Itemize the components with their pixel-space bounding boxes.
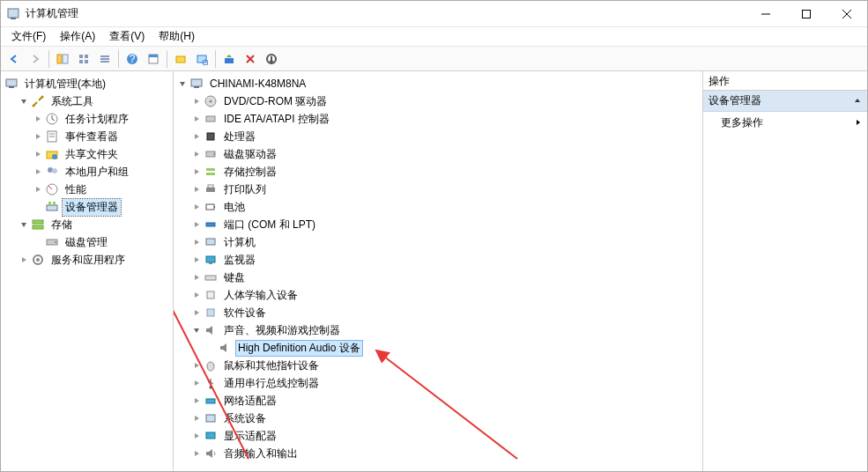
app-icon (6, 7, 20, 21)
show-hide-tree-button[interactable] (53, 49, 72, 69)
chevron-right-icon[interactable] (191, 114, 202, 124)
chevron-right-icon[interactable] (33, 166, 43, 177)
devnode-hid[interactable]: 人体学输入设备 (175, 286, 701, 304)
device-manager-pane: CHINAMI-K48M8NA DVD/CD-ROM 驱动器 IDE ATA/A… (174, 71, 703, 471)
tree-shared-folders[interactable]: 共享文件夹 (3, 145, 171, 163)
titlebar: 计算机管理 (1, 1, 867, 27)
tree-event-viewer[interactable]: 事件查看器 (3, 128, 171, 145)
menu-view[interactable]: 查看(V) (102, 27, 152, 46)
devnode-dvd[interactable]: DVD/CD-ROM 驱动器 (175, 92, 701, 110)
chevron-right-icon[interactable] (33, 114, 43, 124)
device-tree[interactable]: CHINAMI-K48M8NA DVD/CD-ROM 驱动器 IDE ATA/A… (174, 71, 702, 466)
chevron-down-icon[interactable] (191, 325, 202, 336)
svg-rect-74 (206, 432, 215, 439)
devnode-battery[interactable]: 电池 (175, 198, 701, 216)
devnode-print[interactable]: 打印队列 (175, 181, 701, 198)
devnode-software[interactable]: 软件设备 (175, 304, 701, 321)
devnode-display[interactable]: 显示适配器 (175, 427, 701, 445)
update-driver-button[interactable] (219, 49, 239, 69)
devnode-keyboards[interactable]: 键盘 (175, 269, 701, 286)
forward-button[interactable] (26, 49, 45, 69)
chevron-down-icon[interactable] (19, 219, 29, 230)
chevron-right-icon[interactable] (191, 307, 202, 318)
view-large-button[interactable] (74, 49, 93, 69)
chevron-down-icon[interactable] (19, 96, 29, 107)
devnode-system[interactable]: 系统设备 (175, 409, 701, 427)
perf-icon (45, 182, 59, 196)
devnode-computer[interactable]: CHINAMI-K48M8NA (175, 75, 701, 92)
devnode-computers[interactable]: 计算机 (175, 233, 701, 251)
tree-performance[interactable]: 性能 (3, 181, 171, 198)
chevron-right-icon[interactable] (191, 96, 202, 107)
management-tree[interactable]: 计算机管理(本地) 系统工具 任务计划程序 事件查看器 (1, 71, 173, 272)
chevron-right-icon[interactable] (191, 431, 202, 441)
devnode-cpu[interactable]: 处理器 (175, 128, 701, 145)
tree-system-tools[interactable]: 系统工具 (3, 92, 171, 110)
properties-button[interactable] (144, 49, 163, 69)
tree-device-manager[interactable]: 设备管理器 (3, 198, 171, 216)
help-button[interactable]: ? (122, 49, 142, 69)
devnode-sound[interactable]: 声音、视频和游戏控制器 (175, 321, 701, 339)
devnode-usb[interactable]: 通用串行总线控制器 (175, 374, 701, 392)
devnode-ports[interactable]: 端口 (COM 和 LPT) (175, 216, 701, 233)
svg-rect-41 (48, 202, 51, 205)
chevron-right-icon[interactable] (191, 184, 202, 195)
back-button[interactable] (4, 49, 24, 69)
svg-point-52 (210, 100, 212, 103)
chevron-right-icon[interactable] (191, 272, 202, 283)
svg-rect-53 (206, 116, 215, 122)
menu-file[interactable]: 文件(F) (4, 27, 53, 46)
tree-local-users[interactable]: 本地用户和组 (3, 163, 171, 181)
view-detail-button[interactable] (95, 49, 115, 69)
toolbar-separator (215, 50, 216, 68)
minimize-button[interactable] (746, 1, 786, 27)
chevron-right-icon[interactable] (191, 219, 202, 230)
disable-button[interactable] (262, 49, 281, 69)
tree-services-apps[interactable]: 服务和应用程序 (3, 251, 171, 269)
actions-section[interactable]: 设备管理器 (703, 91, 867, 112)
tree-task-scheduler[interactable]: 任务计划程序 (3, 110, 171, 128)
chevron-down-icon[interactable] (177, 78, 188, 89)
chevron-right-icon[interactable] (191, 378, 202, 388)
chevron-right-icon[interactable] (191, 166, 202, 177)
scan-hardware-button[interactable] (192, 49, 211, 69)
chevron-right-icon[interactable] (191, 237, 202, 247)
chevron-right-icon[interactable] (33, 149, 43, 159)
svg-rect-58 (206, 173, 215, 175)
chevron-right-icon[interactable] (191, 202, 202, 212)
menu-action[interactable]: 操作(A) (53, 27, 102, 46)
chevron-right-icon[interactable] (19, 254, 29, 265)
devnode-audio-io[interactable]: 音频输入和输出 (175, 445, 701, 462)
devnode-storage-ctl[interactable]: 存储控制器 (175, 163, 701, 181)
devnode-ide[interactable]: IDE ATA/ATAPI 控制器 (175, 110, 701, 128)
chevron-right-icon[interactable] (191, 131, 202, 142)
devnode-net[interactable]: 网络适配器 (175, 392, 701, 409)
chevron-right-icon[interactable] (191, 395, 202, 406)
devnode-hda[interactable]: High Definition Audio 设备 (175, 339, 701, 357)
actions-more[interactable]: 更多操作 (703, 112, 867, 134)
svg-rect-27 (9, 86, 14, 88)
svg-point-56 (213, 153, 215, 155)
devnode-monitors[interactable]: 监视器 (175, 251, 701, 269)
devnode-disk[interactable]: 磁盘驱动器 (175, 145, 701, 163)
monitor-icon (204, 253, 218, 267)
close-button[interactable] (827, 1, 867, 27)
chevron-right-icon[interactable] (191, 413, 202, 424)
uninstall-button[interactable] (241, 49, 260, 69)
tree-root[interactable]: 计算机管理(本地) (3, 75, 171, 92)
menu-help[interactable]: 帮助(H) (152, 27, 202, 46)
chevron-right-icon[interactable] (33, 184, 43, 195)
chevron-right-icon[interactable] (191, 254, 202, 265)
tool-button[interactable] (171, 49, 190, 69)
chevron-right-icon[interactable] (191, 448, 202, 459)
svg-rect-1 (11, 18, 16, 19)
tree-storage[interactable]: 存储 (3, 216, 171, 233)
chevron-right-icon[interactable] (191, 149, 202, 159)
chevron-right-icon[interactable] (33, 131, 43, 142)
devnode-mice[interactable]: 鼠标和其他指针设备 (175, 357, 701, 374)
tree-disk-management[interactable]: 磁盘管理 (3, 233, 171, 251)
maximize-button[interactable] (786, 1, 827, 27)
chevron-right-icon[interactable] (191, 360, 202, 371)
svg-rect-40 (47, 205, 57, 210)
chevron-right-icon[interactable] (191, 290, 202, 300)
